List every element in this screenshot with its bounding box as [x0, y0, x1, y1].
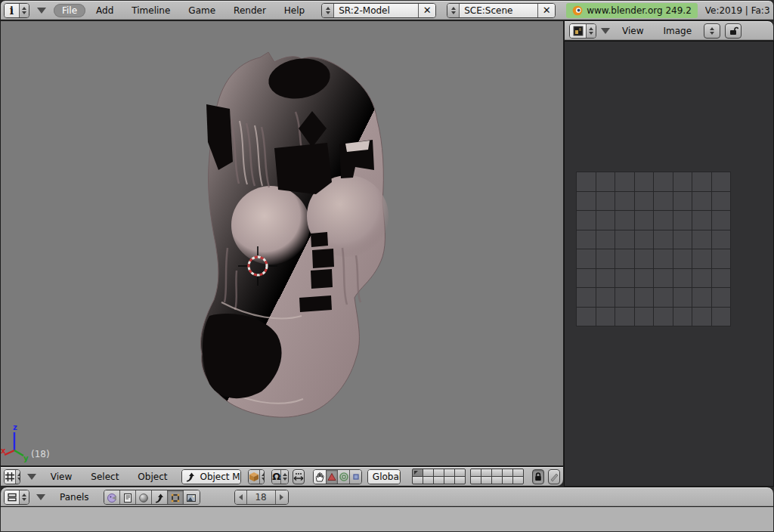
scene-lock-button[interactable]: [532, 469, 544, 484]
uv-grid-cell: [692, 308, 711, 326]
editing-context-button[interactable]: [168, 490, 184, 505]
shading-context-button[interactable]: [136, 490, 152, 505]
script-icon: [122, 493, 133, 503]
uv-grid-cell: [635, 172, 654, 191]
pivot-selector[interactable]: Ω: [271, 469, 289, 484]
orientation-selector[interactable]: Global: [367, 469, 401, 484]
uv-grid-cell: [673, 288, 692, 307]
screen-selector-spinner[interactable]: [322, 4, 334, 17]
draw-type-spinner[interactable]: [260, 470, 265, 484]
layer-toggle[interactable]: [413, 469, 423, 476]
menu-select[interactable]: Select: [83, 472, 126, 482]
uv-grid-cell: [635, 288, 654, 307]
scene-context-button[interactable]: [184, 490, 200, 505]
view3d-type-button[interactable]: [4, 469, 20, 484]
screen-selector[interactable]: SR:2-Model ✕: [321, 3, 436, 18]
uv-grid-cell: [692, 269, 711, 288]
menu-object[interactable]: Object: [130, 472, 175, 482]
buttons-type-spinner[interactable]: [20, 490, 29, 504]
scene-selector-spinner[interactable]: [447, 4, 460, 17]
menu-render[interactable]: Render: [226, 5, 274, 16]
layer-group-2[interactable]: [470, 469, 524, 484]
screen-close-button[interactable]: ✕: [419, 4, 435, 17]
unlock-button[interactable]: [725, 23, 741, 39]
layer-toggle[interactable]: [503, 469, 512, 476]
uv-grid-cell: [712, 288, 731, 307]
torso-model[interactable]: z x y: [1, 21, 563, 466]
menu-help[interactable]: Help: [277, 5, 312, 16]
script-context-button[interactable]: [120, 490, 136, 505]
scene-icon: [186, 493, 197, 503]
layer-toggle[interactable]: [492, 469, 502, 476]
layer-toggle[interactable]: [444, 477, 454, 484]
collapse-menus-toggle[interactable]: [27, 474, 36, 480]
layer-toggle[interactable]: [423, 477, 433, 484]
layer-toggle[interactable]: [481, 469, 491, 476]
menu-panels[interactable]: Panels: [52, 492, 97, 503]
window-type-spinner[interactable]: [20, 4, 29, 17]
menu-view[interactable]: View: [43, 472, 79, 482]
layer-toggle[interactable]: [455, 477, 465, 484]
layer-toggle[interactable]: [513, 469, 523, 476]
menu-timeline[interactable]: Timeline: [124, 5, 178, 16]
mode-selector[interactable]: Object Mode: [181, 469, 241, 484]
logic-context-button[interactable]: [104, 490, 120, 505]
context-buttons: [104, 490, 200, 505]
layer-group-1[interactable]: [412, 469, 466, 484]
layer-toggle[interactable]: [503, 477, 512, 484]
scale-manipulator-toggle[interactable]: [350, 470, 361, 484]
uv-grid-cell: [615, 249, 634, 268]
collapse-menus-toggle[interactable]: [37, 8, 46, 14]
layer-toggle[interactable]: [413, 477, 423, 484]
render-preview-button[interactable]: [548, 469, 560, 484]
scene-close-button[interactable]: ✕: [538, 4, 555, 17]
layer-toggle[interactable]: [471, 469, 481, 476]
layer-toggle[interactable]: [513, 477, 523, 484]
uv-grid-cell: [673, 211, 692, 230]
layer-toggle[interactable]: [471, 477, 481, 484]
collapse-menus-toggle[interactable]: [601, 28, 610, 34]
frame-decrement[interactable]: [235, 490, 247, 504]
buttons-type-button[interactable]: [4, 490, 29, 505]
image-editor-type-button[interactable]: [569, 23, 596, 39]
image-editor-canvas[interactable]: [564, 41, 774, 487]
menu-view[interactable]: View: [615, 26, 651, 36]
draw-type-button[interactable]: [248, 469, 265, 484]
view3d-type-spinner[interactable]: [16, 470, 20, 484]
menu-game[interactable]: Game: [181, 5, 223, 16]
layer-toggle[interactable]: [492, 477, 502, 484]
window-type-button[interactable]: i: [4, 3, 29, 18]
uv-grid-cell: [654, 249, 673, 268]
menu-add[interactable]: Add: [88, 5, 121, 16]
version-badge-text: www.blender.org 249.2: [587, 5, 692, 16]
frame-increment[interactable]: [276, 490, 288, 504]
menu-file[interactable]: File: [54, 4, 85, 17]
frame-number-field[interactable]: 18: [234, 490, 289, 505]
translate-manipulator-toggle[interactable]: [327, 470, 338, 484]
pivot-spinner[interactable]: [281, 470, 289, 484]
version-badge[interactable]: www.blender.org 249.2: [566, 3, 698, 18]
uv-grid-cell: [596, 172, 615, 191]
uv-grid-cell: [673, 249, 692, 268]
manipulator-toggle[interactable]: [314, 470, 327, 484]
image-editor-type-spinner[interactable]: [587, 24, 596, 38]
axis-gizmo: z x y: [1, 423, 29, 462]
layer-toggle[interactable]: [423, 469, 433, 476]
uv-grid-cell: [577, 211, 596, 230]
rotate-manipulator-toggle[interactable]: [338, 470, 350, 484]
menu-image[interactable]: Image: [655, 26, 699, 36]
object-context-button[interactable]: [152, 490, 168, 505]
layer-toggle[interactable]: [444, 469, 454, 476]
collapse-menus-toggle[interactable]: [36, 494, 45, 500]
layer-toggle[interactable]: [434, 477, 444, 484]
uv-grid-cell: [615, 288, 634, 307]
layer-toggle[interactable]: [481, 477, 491, 484]
screen-selector-value: SR:2-Model: [334, 5, 395, 16]
buttons-window-content[interactable]: [0, 507, 774, 532]
layer-toggle[interactable]: [455, 469, 465, 476]
layer-toggle[interactable]: [434, 469, 444, 476]
viewport-3d[interactable]: z x y (18): [0, 20, 564, 466]
image-browse-spinner[interactable]: [704, 23, 720, 39]
move-centers-button[interactable]: [293, 469, 305, 484]
scene-selector[interactable]: SCE:Scene ✕: [447, 3, 556, 18]
